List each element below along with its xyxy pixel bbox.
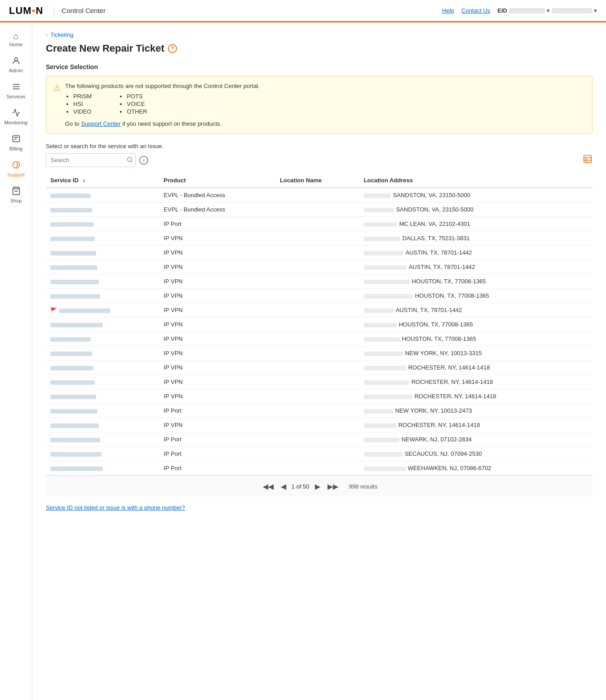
service-id-blurred [50,237,95,241]
service-id-link[interactable] [50,249,96,256]
sidebar-item-monitoring-label: Monitoring [4,120,27,125]
help-tooltip-icon[interactable]: ? [168,44,177,53]
product-cell: IP VPN [159,246,275,260]
service-id-link[interactable] [50,422,99,428]
breadcrumb-ticketing[interactable]: Ticketing [50,31,74,38]
breadcrumb: ‹ Ticketing [46,31,593,38]
service-id-link[interactable] [50,335,91,342]
service-id-cell[interactable] [46,332,159,346]
service-id-blurred [59,308,110,313]
service-id-link[interactable] [50,393,96,400]
help-link[interactable]: Help [442,7,454,14]
col-service-id[interactable]: Service ID ∨ [46,173,159,188]
prev-page-button[interactable]: ◀ [279,481,288,492]
service-id-link[interactable] [50,321,103,328]
sidebar-item-admin[interactable]: Admin [0,52,32,78]
service-id-cell[interactable] [46,260,159,274]
service-id-cell[interactable]: 🚩 [46,303,159,317]
service-id-link[interactable] [50,235,95,242]
last-page-button[interactable]: ▶▶ [326,481,340,492]
table-header-row: Service ID ∨ Product Location Name Locat… [46,173,593,188]
table-row: IP PortSECAUCUS, NJ, 07094-2530 [46,447,593,461]
service-id-cell[interactable] [46,361,159,375]
service-id-cell[interactable] [46,418,159,432]
service-id-cell[interactable] [46,274,159,289]
service-id-link[interactable] [50,278,99,285]
product-cell: IP VPN [159,346,275,361]
service-id-link[interactable] [50,465,103,471]
service-id-link[interactable] [50,264,97,270]
service-id-cell[interactable] [46,447,159,461]
address-text: NEW YORK, NY, 10013-2473 [395,407,472,414]
next-page-button[interactable]: ▶ [313,481,322,492]
service-id-cell[interactable] [46,246,159,260]
service-id-cell[interactable] [46,188,159,203]
sidebar-item-home-label: Home [9,42,22,47]
service-id-link[interactable] [50,206,92,213]
table-row: IP VPNROCHESTER, NY, 14614-1418 [46,418,593,432]
service-id-cell[interactable] [46,289,159,303]
location-address-cell: DALLAS, TX, 75231-3831 [359,231,593,246]
support-center-link[interactable]: Support Center [81,120,120,127]
location-name-cell [275,217,359,231]
first-page-button[interactable]: ◀◀ [261,481,275,492]
service-id-cell[interactable] [46,346,159,361]
location-address-cell: WEEHAWKEN, NJ, 07086-6702 [359,461,593,475]
service-id-link[interactable] [50,350,92,357]
search-row: i [46,153,593,167]
sidebar-item-support-label: Support [7,172,25,177]
service-id-link[interactable] [50,436,100,443]
service-id-link[interactable] [50,450,102,457]
location-name-cell [275,404,359,418]
service-id-cell[interactable] [46,432,159,447]
location-name-cell [275,375,359,389]
pagination-row: ◀◀ ◀ 1 of 50 ▶ ▶▶ 998 results [46,475,593,497]
home-icon: ⌂ [13,31,18,40]
service-id-cell[interactable] [46,404,159,418]
service-id-link[interactable] [50,364,93,371]
export-button[interactable] [583,154,593,166]
service-id-link[interactable] [50,292,100,299]
service-id-cell[interactable] [46,231,159,246]
service-id-link[interactable] [50,407,97,414]
eid-chevron[interactable]: ▾ [547,7,550,14]
col-product: Product [159,173,275,188]
contact-us-link[interactable]: Contact Us [461,7,490,14]
service-id-cell[interactable] [46,375,159,389]
location-address-cell: NEW YORK, NY, 10013-2473 [359,404,593,418]
sidebar-item-monitoring[interactable]: Monitoring [0,104,32,130]
location-address-cell: SANDSTON, VA, 23150-5000 [359,203,593,217]
service-id-link[interactable] [59,307,110,313]
service-id-blurred [50,222,93,227]
service-id-link[interactable] [50,192,91,198]
search-input[interactable] [46,153,136,167]
location-name-cell [275,203,359,217]
address-blurred-prefix [364,366,406,370]
product-cell: IP Port [159,432,275,447]
warning-footer: Go to Support Center if you need support… [65,120,585,127]
layout: ⌂ Home Admin Services Monitoring Billi [0,22,606,700]
service-id-cell[interactable] [46,317,159,332]
user-chevron[interactable]: ▾ [594,7,597,14]
service-id-cell[interactable] [46,203,159,217]
warning-box: ⚠ The following products are not support… [46,76,593,134]
service-id-blurred [50,194,91,198]
address-blurred-prefix [364,251,403,255]
sidebar-item-billing[interactable]: Billing [0,130,32,156]
service-id-link[interactable] [50,379,95,385]
search-info-icon[interactable]: i [139,156,148,165]
address-blurred-prefix [364,380,409,385]
service-id-cell[interactable] [46,217,159,231]
service-id-cell[interactable] [46,461,159,475]
search-button[interactable] [127,156,133,164]
service-id-link[interactable] [50,220,93,227]
sidebar-item-home[interactable]: ⌂ Home [0,27,32,52]
service-id-cell[interactable] [46,389,159,404]
sidebar-item-shop[interactable]: Shop [0,182,32,208]
phone-number-link[interactable]: Service ID not listed or issue is with a… [46,504,185,511]
sidebar-item-support[interactable]: Support [0,156,32,182]
table-row: IP VPNHOUSTON, TX, 77008-1365 [46,332,593,346]
top-nav-right: Help Contact Us EID ▾ ▾ [442,7,597,14]
product-cell: IP VPN [159,231,275,246]
sidebar-item-services[interactable]: Services [0,78,32,104]
